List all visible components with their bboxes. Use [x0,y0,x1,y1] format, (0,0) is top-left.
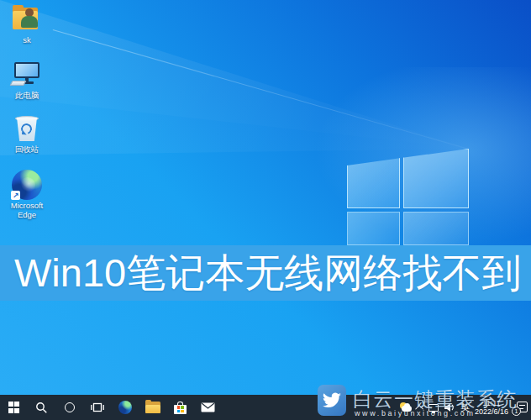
file-explorer-icon [145,402,160,413]
file-explorer-button[interactable] [139,395,166,420]
windows-logo-pane [347,149,400,208]
desktop: sk 此电脑 回收站 ↗ Microsoft Edge Win10笔记本无线网络… [0,0,531,420]
task-view-icon [91,402,104,413]
show-hidden-icons-button[interactable] [418,395,423,420]
speaker-icon [444,402,455,412]
windows-logo-wallpaper [347,149,469,245]
desktop-icon-label: sk [23,36,31,45]
ime-indicator[interactable]: 英 [460,395,470,420]
search-button[interactable] [28,395,55,420]
cortana-icon [65,402,75,412]
caption-banner: Win10笔记本无线网络找不到 [0,245,531,301]
edge-icon: ↗ [11,170,43,200]
windows-logo-icon [8,402,20,413]
clock[interactable]: 11:11 2022/6/16 [475,395,508,420]
edge-icon [118,401,132,414]
system-tray: 英 11:11 2022/6/16 1 [399,395,529,420]
desktop-icon-user-folder[interactable]: sk [4,4,50,45]
this-pc-icon [11,60,43,90]
recycle-bin-icon [11,113,43,144]
clock-time: 11:11 [475,399,508,407]
desktop-icon-microsoft-edge[interactable]: ↗ Microsoft Edge [4,170,50,219]
mail-icon [201,402,215,412]
display-icon [428,404,439,412]
edge-taskbar-button[interactable] [111,395,139,420]
windows-logo-pane [403,149,469,208]
wallpaper-beam-edge [53,29,469,150]
weather-icon [399,402,413,413]
notification-badge: 1 [512,407,521,416]
cortana-button[interactable] [55,395,83,420]
windows-logo-pane [347,212,400,245]
task-view-button[interactable] [83,395,111,420]
taskbar: 英 11:11 2022/6/16 1 [0,395,531,420]
desktop-icon-label: 此电脑 [15,92,39,101]
start-button[interactable] [0,395,28,420]
action-center-button[interactable]: 1 [513,395,528,420]
desktop-icon-recycle-bin[interactable]: 回收站 [4,113,50,155]
windows-logo-pane [403,212,469,245]
store-icon [174,402,187,414]
desktop-icon-this-pc[interactable]: 此电脑 [4,60,50,101]
user-folder-icon [11,4,43,34]
mail-button[interactable] [194,395,222,420]
chevron-up-icon [415,404,423,412]
store-button[interactable] [166,395,194,420]
display-tray-button[interactable] [428,395,439,420]
clock-date: 2022/6/16 [475,407,508,416]
search-icon [35,402,48,414]
volume-button[interactable] [444,395,455,420]
desktop-icon-label: Microsoft Edge [4,202,50,219]
desktop-icon-label: 回收站 [15,145,39,155]
weather-tray-button[interactable] [399,395,413,420]
shortcut-arrow-icon: ↗ [11,191,20,200]
caption-banner-text: Win10笔记本无线网络找不到 [0,247,521,300]
